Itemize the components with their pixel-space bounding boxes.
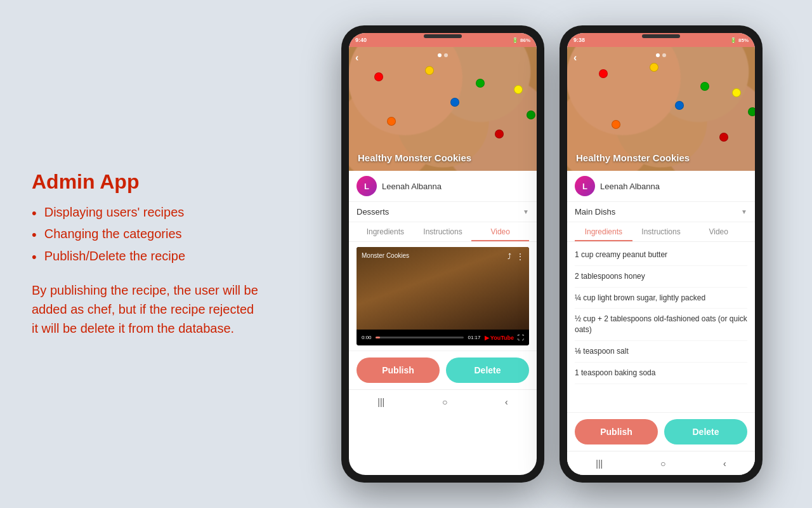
- hero-image-2: ‹ Healthy Monster Cookies: [567, 47, 755, 171]
- nav-menu-icon-2[interactable]: |||: [596, 458, 603, 469]
- phones-container: 9:40 🔋 86% ‹: [292, 13, 812, 495]
- ingredient-item-4: ⅛ teaspoon salt: [575, 341, 747, 363]
- left-panel: Admin App Displaying users' recipes Chan…: [0, 145, 292, 363]
- youtube-logo-1: ▶ YouTube: [485, 335, 514, 341]
- phone-1: 9:40 🔋 86% ‹: [341, 25, 544, 483]
- fullscreen-icon-1[interactable]: ⛶: [518, 334, 524, 341]
- dot-2-2: [662, 53, 666, 57]
- nav-home-icon-2[interactable]: ○: [660, 458, 665, 469]
- video-container-1[interactable]: Monster Cookies ⤴ ⋮ 0:00 01:17: [357, 247, 529, 345]
- category-select-2[interactable]: Main Dishs ▼: [575, 206, 747, 218]
- avatar-2: L: [575, 176, 595, 196]
- user-row-2: L Leenah Albanna: [567, 171, 755, 202]
- content-area-1: Monster Cookies ⤴ ⋮ 0:00 01:17: [349, 242, 537, 475]
- mm-yellow2-2: [732, 88, 741, 97]
- hero-title-2: Healthy Monster Cookies: [576, 152, 690, 163]
- bullet-item-1: Displaying users' recipes: [32, 205, 260, 222]
- mm-yellow2-1: [514, 85, 523, 94]
- dot-active-2: [656, 53, 660, 57]
- category-row-2[interactable]: Main Dishs ▼: [567, 202, 755, 222]
- publish-button-2[interactable]: Publish: [575, 419, 658, 444]
- action-buttons-2: Publish Delete: [567, 412, 755, 451]
- hero-back-btn-1[interactable]: ‹: [355, 52, 358, 64]
- ingredients-list-2: 1 cup creamy peanut butter2 tablespoons …: [567, 242, 755, 412]
- tab-video-2[interactable]: Video: [690, 222, 747, 241]
- user-name-2: Leenah Albanna: [600, 182, 660, 191]
- status-icons-1: 🔋 86%: [512, 37, 530, 43]
- video-time-start-1: 0:00: [362, 335, 372, 340]
- ingredient-item-1: 2 tablespoons honey: [575, 266, 747, 288]
- mm-orange-1: [387, 117, 396, 126]
- battery-icon-1: 🔋: [512, 37, 518, 43]
- tabs-row-1: Ingredients Instructions Video: [349, 222, 537, 242]
- hero-title-1: Healthy Monster Cookies: [358, 152, 471, 163]
- category-label-1: Desserts: [357, 207, 389, 217]
- delete-button-1[interactable]: Delete: [446, 358, 529, 383]
- nav-bar-2: ||| ○ ‹: [567, 451, 755, 475]
- video-title-overlay-1: Monster Cookies: [362, 252, 409, 259]
- battery-level-2: 85%: [738, 37, 749, 43]
- ingredient-item-0: 1 cup creamy peanut butter: [575, 244, 747, 266]
- dropdown-arrow-2: ▼: [741, 208, 747, 215]
- nav-back-icon-1[interactable]: ‹: [505, 397, 508, 407]
- ingredient-item-3: ½ cup + 2 tablespoons old-fashioned oats…: [575, 309, 747, 341]
- status-icons-2: 🔋 85%: [730, 37, 749, 43]
- progress-bar-1[interactable]: [376, 337, 464, 338]
- feature-list: Displaying users' recipes Changing the c…: [32, 205, 260, 265]
- dot-active-1: [438, 53, 442, 57]
- nav-menu-icon-1[interactable]: |||: [377, 397, 384, 407]
- tab-ingredients-2[interactable]: Ingredients: [575, 222, 632, 241]
- tab-instructions-2[interactable]: Instructions: [632, 222, 690, 241]
- avatar-1: L: [357, 176, 377, 196]
- tab-ingredients-1[interactable]: Ingredients: [357, 222, 414, 241]
- description-text: By publishing the recipe, the user will …: [32, 281, 260, 338]
- nav-bar-1: ||| ○ ‹: [349, 389, 537, 413]
- video-controls-1: 0:00 01:17 ▶ YouTube ⛶: [357, 330, 529, 345]
- mm-green-1: [476, 79, 485, 88]
- mm-red2-1: [495, 130, 504, 138]
- mm-green-2: [700, 82, 709, 91]
- tabs-row-2: Ingredients Instructions Video: [567, 222, 755, 242]
- dot-2-1: [444, 53, 448, 57]
- time-1: 9:40: [355, 37, 367, 43]
- battery-level-1: 86%: [520, 37, 530, 43]
- hero-dots-1: [438, 53, 448, 57]
- user-name-1: Leenah Albanna: [382, 182, 442, 191]
- phone-2: 9:38 🔋 85% ‹: [560, 25, 763, 483]
- dropdown-arrow-1: ▼: [523, 208, 529, 215]
- hero-image-1: ‹ Healthy Monster Cookies: [349, 47, 537, 171]
- hero-dots-2: [656, 53, 666, 57]
- mm-yellow-1: [425, 66, 434, 75]
- bullet-item-2: Changing the categories: [32, 227, 260, 243]
- progress-fill-1: [376, 337, 380, 338]
- tab-instructions-1[interactable]: Instructions: [414, 222, 472, 241]
- bullet-item-3: Publish/Delete the recipe: [32, 249, 260, 265]
- delete-button-2[interactable]: Delete: [664, 419, 747, 444]
- admin-title: Admin App: [32, 170, 260, 194]
- publish-button-1[interactable]: Publish: [357, 358, 440, 383]
- mm-blue-1: [450, 98, 459, 107]
- tab-video-1[interactable]: Video: [471, 222, 529, 241]
- nav-home-icon-1[interactable]: ○: [442, 397, 447, 407]
- mm-red-1: [374, 72, 383, 81]
- share-icon-1[interactable]: ⤴: [508, 252, 511, 261]
- category-label-2: Main Dishs: [575, 207, 615, 217]
- phone-notch-1: [424, 34, 462, 38]
- mm-red2-2: [719, 133, 728, 142]
- hero-back-btn-2[interactable]: ‹: [573, 52, 577, 64]
- phone-screen-1: 9:40 🔋 86% ‹: [349, 33, 537, 475]
- category-select-1[interactable]: Desserts ▼: [357, 206, 529, 218]
- mm-green2-2: [748, 107, 755, 116]
- category-row-1[interactable]: Desserts ▼: [349, 202, 537, 222]
- user-row-1: L Leenah Albanna: [349, 171, 537, 202]
- nav-back-icon-2[interactable]: ‹: [723, 458, 726, 469]
- time-2: 9:38: [573, 37, 585, 43]
- video-thumb-1: Monster Cookies ⤴ ⋮: [357, 247, 529, 330]
- more-icon-1[interactable]: ⋮: [516, 252, 524, 261]
- mm-green2-1: [527, 110, 535, 119]
- phone-notch-2: [642, 34, 680, 38]
- ingredient-item-5: 1 teaspoon baking soda: [575, 363, 747, 384]
- ingredient-item-2: ¼ cup light brown sugar, lightly packed: [575, 288, 747, 309]
- mm-yellow-2: [650, 63, 658, 72]
- mm-orange-2: [612, 120, 620, 129]
